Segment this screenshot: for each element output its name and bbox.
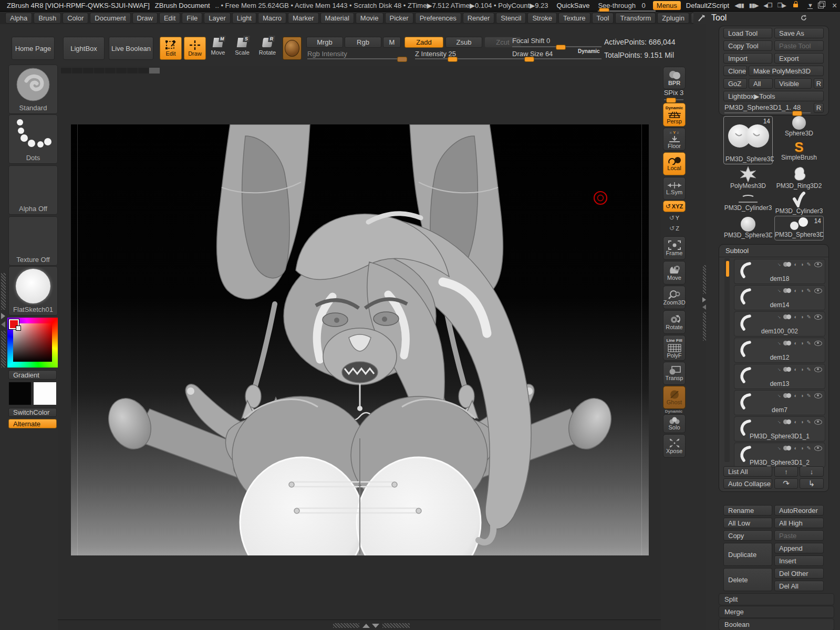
menu-item[interactable]: Color [63, 13, 88, 24]
current-alpha-thumbnail[interactable]: Alpha Off [8, 165, 58, 215]
visibility-eye-icon[interactable] [814, 446, 822, 451]
menu-item[interactable]: Draw [132, 13, 158, 24]
dock-left-icon[interactable]: ◀❒ [763, 2, 772, 9]
visibility-eye-icon[interactable] [814, 393, 822, 398]
displacement-toggle-icon[interactable]: ◑ [801, 419, 804, 425]
polyf-button[interactable]: Line Fill PolyF [663, 335, 686, 361]
menu-item[interactable]: Render [463, 13, 495, 24]
subtool-row[interactable]: ↓ ◐ ◑ ✎ dem7 [734, 390, 825, 415]
subtool-row[interactable]: ↓ ◐ ◑ ✎ dem14 [734, 285, 825, 310]
uv-toggle-icon[interactable]: ◐ [794, 445, 797, 451]
spix-knob[interactable] [666, 98, 676, 103]
color-picker-cursor[interactable] [16, 326, 21, 331]
displacement-toggle-icon[interactable]: ◑ [801, 393, 804, 398]
uv-toggle-icon[interactable]: ◐ [794, 261, 797, 267]
menu-item[interactable]: Picker [385, 13, 413, 24]
move-button[interactable]: M Move [209, 38, 227, 60]
polypaint-toggle-icon[interactable] [783, 446, 791, 450]
goz-all-button[interactable]: All [749, 78, 773, 89]
rename-button[interactable]: Rename [723, 505, 772, 516]
tool-name-slider-knob[interactable] [792, 111, 802, 116]
minimize-button[interactable]: ▼ [807, 2, 813, 9]
displacement-toggle-icon[interactable]: ◑ [801, 445, 804, 451]
polypaint-toggle-icon[interactable] [783, 288, 791, 293]
delete-button[interactable]: Delete [723, 568, 772, 591]
tool-item-sphere3d-a[interactable]: PM3D_Sphere3D [723, 217, 773, 240]
secondary-color-swatch[interactable] [33, 382, 57, 405]
left-tray-divider-lower[interactable] [1, 331, 6, 368]
menu-item[interactable]: Transform [615, 13, 656, 24]
menu-item[interactable]: Tool [592, 13, 614, 24]
paintbrush-icon[interactable]: ✎ [807, 393, 811, 398]
save-as-button[interactable]: Save As [774, 28, 824, 38]
menu-item[interactable]: Light [232, 13, 256, 24]
left-tray-divider[interactable] [1, 273, 6, 310]
boolean-section[interactable]: Boolean [719, 618, 834, 630]
zsub-button[interactable]: Zsub [445, 37, 482, 48]
paintbrush-icon[interactable]: ✎ [807, 366, 811, 372]
list-all-button[interactable]: List All [723, 466, 772, 477]
visibility-eye-icon[interactable] [814, 419, 822, 425]
subtool-row[interactable]: ↓ ◐ ◑ ✎ dem18 [734, 259, 825, 284]
lock-icon[interactable] [793, 4, 798, 7]
tool-item-sphere3d-b[interactable]: 14 PM3D_Sphere3D [774, 216, 824, 240]
copy-tool-button[interactable]: Copy Tool [723, 40, 772, 51]
all-high-button[interactable]: All High [774, 518, 824, 528]
material-tray-thumbnail[interactable]: FlatSketch01 [8, 266, 58, 316]
uv-toggle-icon[interactable]: ◐ [794, 366, 797, 372]
move-3d-button[interactable]: Move [663, 261, 686, 285]
menu-item[interactable]: Alpha [5, 13, 32, 24]
lsym-button[interactable]: L.Sym [663, 177, 686, 200]
document-canvas[interactable] [58, 66, 661, 620]
document-viewport[interactable] [71, 124, 649, 555]
paintbrush-icon[interactable]: ✎ [807, 288, 811, 293]
menu-item[interactable]: Stroke [527, 13, 557, 24]
tool-item-simplebrush[interactable]: S SimpleBrush [774, 140, 824, 165]
paintbrush-icon[interactable]: ✎ [807, 445, 811, 451]
visibility-eye-icon[interactable] [814, 367, 822, 372]
uv-toggle-icon[interactable]: ◐ [794, 419, 797, 425]
menu-item[interactable]: File [182, 13, 202, 24]
scroll-left-icon[interactable]: ◀▮▮ [734, 2, 744, 9]
menu-item[interactable]: Layer [204, 13, 231, 24]
del-all-button[interactable]: Del All [774, 581, 824, 591]
rotate-y-button[interactable]: ↺Y [663, 213, 686, 223]
bottom-divider-left[interactable] [333, 623, 359, 628]
paintbrush-icon[interactable]: ✎ [807, 419, 811, 425]
subtool-row[interactable]: ↓ ◐ ◑ ✎ dem12 [734, 338, 825, 363]
merge-section[interactable]: Merge [719, 606, 834, 618]
bpr-button[interactable]: BPR [663, 67, 686, 89]
subtool-row[interactable]: ↓ ◐ ◑ ✎ PM3D_Sphere3D1_1 [734, 416, 825, 442]
import-button[interactable]: Import [723, 53, 772, 64]
menus-button[interactable]: Menus [653, 1, 681, 10]
draw-size-knob[interactable] [524, 57, 534, 62]
uv-toggle-icon[interactable]: ◐ [794, 393, 797, 398]
polypaint-toggle-icon[interactable] [783, 367, 791, 372]
rgb-button[interactable]: Rgb [345, 37, 381, 48]
polypaint-toggle-icon[interactable] [783, 341, 791, 345]
append-button[interactable]: Append [774, 543, 824, 553]
menu-item[interactable]: Texture [558, 13, 590, 24]
tray-down-arrow-icon[interactable] [372, 624, 379, 628]
uv-toggle-icon[interactable]: ◐ [794, 340, 797, 346]
tool-r-button[interactable]: R [814, 103, 824, 113]
right-tray-collapse-icon[interactable] [702, 304, 706, 310]
bottom-divider-right[interactable] [382, 623, 410, 628]
frame-button[interactable]: Frame [663, 236, 686, 260]
subtool-extract-button[interactable]: ↷ [774, 478, 798, 489]
paintbrush-icon[interactable]: ✎ [807, 340, 811, 346]
del-other-button[interactable]: Del Other [774, 568, 824, 579]
paintbrush-icon[interactable]: ✎ [807, 314, 811, 320]
subtool-row[interactable]: ↓ ◐ ◑ ✎ dem13 [734, 364, 825, 389]
subtool-branch-button[interactable]: ↳ [800, 478, 824, 489]
subtool-up-button[interactable]: ↑ [774, 466, 798, 477]
rotate-z-button[interactable]: ↺Z [663, 223, 686, 234]
displacement-toggle-icon[interactable]: ◑ [801, 288, 804, 293]
menu-item[interactable]: Document [90, 13, 130, 24]
tool-item-cylinder3-b[interactable]: PM3D_Cylinder3 [774, 192, 824, 215]
lightbox-button[interactable]: LightBox [63, 37, 105, 60]
timeline-strip[interactable] [61, 68, 160, 74]
all-low-button[interactable]: All Low [723, 518, 772, 528]
tray-collapse-arrow-icon[interactable] [1, 321, 5, 328]
reset-icon[interactable] [800, 14, 807, 22]
